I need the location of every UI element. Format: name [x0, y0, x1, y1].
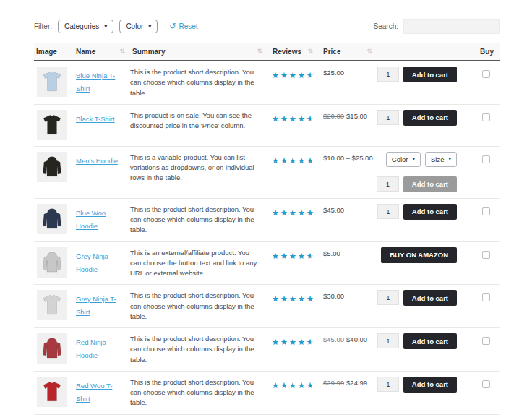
product-image[interactable]: [37, 110, 67, 140]
old-price: $20.00: [323, 112, 344, 120]
old-price: $29.99: [323, 379, 344, 387]
product-name-link[interactable]: Blue Ninja T-Shirt: [76, 72, 115, 93]
table-row: Blue Woo Hoodie This is the product shor…: [34, 199, 500, 242]
sort-icon: ⇅: [257, 48, 262, 55]
quantity-input[interactable]: 1: [377, 176, 399, 192]
color-filter-value: Color: [126, 22, 143, 30]
color-filter-select[interactable]: Color ▾: [119, 20, 158, 33]
product-image[interactable]: [37, 333, 67, 364]
price: $24.99: [346, 379, 367, 387]
chevron-down-icon: ▾: [148, 23, 151, 30]
price: $25.00: [323, 69, 344, 77]
add-to-cart-button[interactable]: Add to cart: [403, 67, 457, 82]
header-summary[interactable]: Summary ⇅: [130, 48, 267, 56]
add-to-cart-button[interactable]: Add to cart: [403, 290, 457, 306]
product-name-link[interactable]: Grey Ninja Hoodie: [76, 252, 108, 273]
sort-icon: ⇅: [366, 48, 372, 55]
table-header: Image Name ⇅ Summary ⇅ Reviews ⇅ Price ⇅…: [34, 43, 500, 61]
product-image[interactable]: [37, 377, 67, 407]
price: $15.00: [346, 112, 367, 120]
buy-checkbox[interactable]: [482, 380, 490, 388]
search-input[interactable]: [403, 19, 500, 34]
search-label: Search:: [374, 22, 398, 30]
header-price[interactable]: Price ⇅: [318, 48, 377, 56]
sort-icon: ⇅: [307, 48, 313, 55]
product-rating: ★★★★★★★★★★: [267, 204, 318, 218]
product-summary: This is an external/affiliate product. Y…: [130, 247, 267, 279]
add-to-cart-button[interactable]: Add to cart: [403, 110, 457, 126]
sort-icon: ⇅: [119, 48, 125, 55]
buy-on-amazon-button[interactable]: BUY ON AMAZON: [381, 247, 457, 263]
buy-checkbox[interactable]: [482, 337, 490, 345]
color-variation-select[interactable]: Color▾: [386, 152, 421, 167]
quantity-input[interactable]: 1: [377, 290, 399, 305]
categories-filter-select[interactable]: Categories ▾: [58, 20, 113, 33]
chevron-down-icon: ▾: [448, 156, 451, 162]
price: $10.00 – $25.00: [323, 154, 373, 162]
product-name-link[interactable]: Red Ninja Hoodie: [76, 338, 106, 359]
price: $5.00: [323, 249, 340, 257]
filter-bar: Filter: Categories ▾ Color ▾ ↺ Reset Sea…: [34, 19, 500, 34]
chevron-down-icon: ▾: [104, 23, 107, 30]
product-name-link[interactable]: Blue Woo Hoodie: [76, 209, 106, 230]
table-row: Red Ninja Hoodie This is the product sho…: [34, 328, 500, 372]
size-variation-select[interactable]: Size▾: [425, 152, 457, 167]
product-image[interactable]: [37, 247, 67, 278]
add-to-cart-button-disabled[interactable]: Add to cart: [403, 176, 457, 192]
quantity-input[interactable]: 1: [377, 110, 399, 125]
product-rating: ★★★★★★★★★★: [267, 247, 318, 262]
buy-checkbox[interactable]: [482, 155, 490, 163]
product-name-link[interactable]: Men’s Hoodie: [76, 157, 118, 165]
reset-icon: ↺: [169, 22, 176, 30]
add-to-cart-button[interactable]: Add to cart: [403, 333, 457, 349]
table-row: Grey Ninja T-Shirt This is the product s…: [34, 285, 500, 328]
price: $45.00: [323, 206, 344, 214]
buy-checkbox[interactable]: [482, 207, 490, 215]
filter-label: Filter:: [34, 22, 52, 30]
old-price: $45.00: [323, 335, 344, 343]
buy-checkbox[interactable]: [482, 293, 490, 301]
table-row: Red Woo T-Shirt This is the product shor…: [34, 372, 500, 415]
price: $30.00: [323, 292, 344, 300]
product-summary: This is the product short description. Y…: [130, 67, 267, 98]
header-image: Image: [34, 48, 74, 56]
price: $40.00: [346, 335, 367, 343]
product-name-link[interactable]: Grey Ninja T-Shirt: [76, 295, 116, 316]
table-row: Black T-Shirt This product is on sale. Y…: [34, 105, 500, 147]
product-name-link[interactable]: Red Woo T-Shirt: [76, 382, 112, 403]
product-summary: This product is on sale. You can see the…: [130, 110, 267, 132]
product-image[interactable]: [37, 204, 67, 234]
quantity-input[interactable]: 1: [377, 67, 399, 82]
reset-label: Reset: [179, 22, 198, 30]
buy-checkbox[interactable]: [482, 70, 490, 78]
buy-checkbox[interactable]: [482, 113, 490, 121]
product-rating: ★★★★★★★★★★: [267, 67, 318, 81]
product-rating: ★★★★★★★★★★: [267, 290, 318, 304]
categories-filter-value: Categories: [64, 22, 99, 30]
product-rating: ★★★★★★★★★★: [267, 377, 318, 391]
quantity-input[interactable]: 1: [377, 204, 399, 219]
quantity-input[interactable]: 1: [377, 377, 399, 392]
product-summary: This is the product short description. Y…: [130, 204, 267, 236]
product-summary: This is a variable product. You can list…: [130, 152, 267, 184]
product-image[interactable]: [37, 67, 67, 97]
add-to-cart-button[interactable]: Add to cart: [403, 377, 457, 393]
chevron-down-icon: ▾: [412, 156, 415, 162]
product-name-link[interactable]: Black T-Shirt: [76, 115, 115, 123]
product-rating: ★★★★★★★★★★: [267, 333, 318, 348]
product-summary: This is the product short description. Y…: [130, 333, 267, 365]
reset-filters-link[interactable]: ↺ Reset: [169, 22, 197, 30]
header-name[interactable]: Name ⇅: [74, 48, 130, 56]
product-table-page: Filter: Categories ▾ Color ▾ ↺ Reset Sea…: [0, 0, 506, 420]
buy-checkbox[interactable]: [482, 251, 490, 259]
table-row: Men’s Hoodie This is a variable product.…: [34, 147, 500, 199]
product-rating: ★★★★★★★★★★: [267, 152, 318, 166]
table-row: Grey Ninja Hoodie This is an external/af…: [34, 242, 500, 286]
product-image[interactable]: [37, 290, 67, 320]
header-reviews[interactable]: Reviews ⇅: [267, 48, 318, 56]
product-image[interactable]: [37, 152, 67, 182]
product-summary: This is the product short description. Y…: [130, 377, 267, 408]
add-to-cart-button[interactable]: Add to cart: [403, 204, 457, 220]
table-row: Blue Ninja T-Shirt This is the product s…: [34, 61, 500, 105]
quantity-input[interactable]: 1: [377, 333, 399, 348]
